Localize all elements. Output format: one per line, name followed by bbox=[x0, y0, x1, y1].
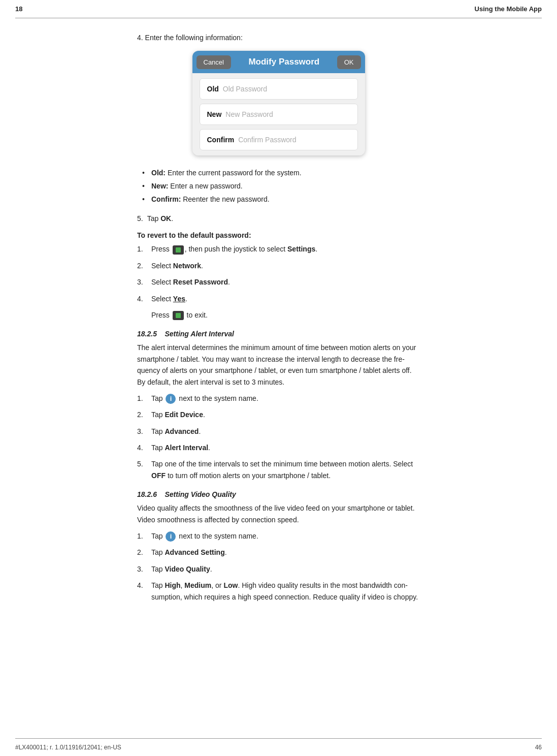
alert-step-3: 3. Tap Advanced. bbox=[137, 426, 420, 437]
old-bold: Old: bbox=[151, 169, 166, 177]
main-content: 4. Enter the following information: Canc… bbox=[0, 18, 557, 738]
alert-step4-num: 4. bbox=[137, 442, 147, 453]
alert-step3-num: 3. bbox=[137, 426, 147, 437]
edit-device-bold: Edit Device bbox=[165, 411, 203, 419]
new-password-field[interactable]: New New Password bbox=[200, 104, 358, 125]
revert-step4-num: 4. bbox=[137, 293, 147, 304]
alert-step1-text: Tap i next to the system name. bbox=[151, 393, 258, 404]
off-bold: OFF bbox=[151, 471, 166, 480]
video-step3-num: 3. bbox=[137, 563, 147, 575]
bottom-page-number: 46 bbox=[535, 744, 542, 751]
ok-button[interactable]: OK bbox=[337, 55, 361, 69]
modify-password-modal: Cancel Modify Password OK Old Old Passwo… bbox=[192, 51, 365, 155]
alert-step-4: 4. Tap Alert Interval. bbox=[137, 442, 420, 453]
alert-step-2: 2. Tap Edit Device. bbox=[137, 409, 420, 420]
video-step4-num: 4. bbox=[137, 580, 147, 603]
video-quality-bold: Video Quality bbox=[165, 565, 210, 573]
modal-body: Old Old Password New New Password Confir… bbox=[192, 73, 365, 155]
video-step-1: 1. Tap i next to the system name. bbox=[137, 530, 420, 542]
alert-step2-text: Tap Edit Device. bbox=[151, 409, 205, 420]
medium-bold: Medium bbox=[184, 581, 211, 589]
video-step1-text: Tap i next to the system name. bbox=[151, 530, 258, 542]
step4-intro: 4. Enter the following information: bbox=[137, 34, 420, 42]
step5: 5. Tap OK. bbox=[137, 213, 420, 224]
page-container: 18 Using the Mobile App 4. Enter the fol… bbox=[0, 0, 557, 756]
bottom-bar: #LX400011; r. 1.0/11916/12041; en-US 46 bbox=[0, 739, 557, 756]
low-bold: Low bbox=[223, 581, 238, 589]
bullet-new: New: Enter a new password. bbox=[142, 181, 420, 192]
section-182-6-heading: 18.2.6 Setting Video Quality bbox=[137, 490, 420, 498]
video-step-4: 4. Tap High, Medium, or Low. High video … bbox=[137, 580, 420, 603]
video-step4-text: Tap High, Medium, or Low. High video qua… bbox=[151, 580, 420, 603]
revert-step3-text: Select Reset Password. bbox=[151, 276, 230, 288]
alert-interval-bold: Alert Interval bbox=[165, 444, 208, 452]
modal-title: Modify Password bbox=[235, 57, 333, 67]
alert-step5-num: 5. bbox=[137, 458, 147, 481]
revert-step2-num: 2. bbox=[137, 260, 147, 271]
revert-step1-text: Press , then push the joystick to select… bbox=[151, 243, 317, 255]
video-step2-num: 2. bbox=[137, 547, 147, 558]
revert-step3-num: 3. bbox=[137, 276, 147, 288]
green-button-icon bbox=[173, 245, 184, 255]
settings-bold: Settings bbox=[287, 245, 315, 253]
revert-heading: To revert to the default password: bbox=[137, 231, 420, 239]
confirm-bold: Confirm: bbox=[151, 195, 181, 203]
bullet-old: Old: Enter the current password for the … bbox=[142, 168, 420, 178]
old-password-field[interactable]: Old Old Password bbox=[200, 78, 358, 100]
document-id: #LX400011; r. 1.0/11916/12041; en-US bbox=[15, 744, 121, 751]
bullet-confirm: Confirm: Reenter the new password. bbox=[142, 194, 420, 205]
new-label: New bbox=[207, 110, 222, 118]
alert-step-5: 5. Tap one of the time intervals to set … bbox=[137, 458, 420, 481]
section-182-5-body: The alert interval determines the minimu… bbox=[137, 342, 420, 388]
advanced-bold: Advanced bbox=[165, 427, 199, 435]
green-button-icon-2 bbox=[173, 311, 184, 320]
revert-step-3: 3. Select Reset Password. bbox=[137, 276, 420, 288]
alert-step-1: 1. Tap i next to the system name. bbox=[137, 393, 420, 404]
network-bold: Network bbox=[173, 262, 201, 270]
info-icon-1: i bbox=[166, 394, 176, 404]
top-bar: 18 Using the Mobile App bbox=[0, 0, 557, 18]
reset-password-bold: Reset Password bbox=[173, 278, 228, 286]
alert-step3-text: Tap Advanced. bbox=[151, 426, 201, 437]
alert-step5-text: Tap one of the time intervals to set the… bbox=[151, 458, 420, 481]
high-bold: High bbox=[165, 581, 180, 589]
alert-step4-text: Tap Alert Interval. bbox=[151, 442, 210, 453]
page-title: Using the Mobile App bbox=[475, 5, 542, 13]
cancel-button[interactable]: Cancel bbox=[196, 55, 231, 69]
confirm-label: Confirm bbox=[207, 136, 235, 144]
revert-step4-text: Select Yes. bbox=[151, 293, 187, 304]
field-descriptions: Old: Enter the current password for the … bbox=[142, 168, 420, 205]
revert-step-4: 4. Select Yes. bbox=[137, 293, 420, 304]
revert-step1-num: 1. bbox=[137, 243, 147, 255]
info-icon-2: i bbox=[166, 531, 176, 542]
step5-text: Tap OK. bbox=[147, 213, 173, 224]
advanced-setting-bold: Advanced Setting bbox=[165, 548, 224, 556]
video-step2-text: Tap Advanced Setting. bbox=[151, 547, 227, 558]
new-bold: New: bbox=[151, 182, 168, 190]
video-step-3: 3. Tap Video Quality. bbox=[137, 563, 420, 575]
section-182-5-heading: 18.2.5 Setting Alert Interval bbox=[137, 330, 420, 338]
revert-step-1: 1. Press , then push the joystick to sel… bbox=[137, 243, 420, 255]
old-label: Old bbox=[207, 85, 219, 93]
yes-bold: Yes bbox=[173, 295, 185, 303]
step5-num: 5. bbox=[137, 213, 143, 224]
revert-step2-text: Select Network. bbox=[151, 260, 203, 271]
press-to-exit: Press to exit. bbox=[151, 309, 420, 321]
confirm-placeholder: Confirm Password bbox=[238, 136, 296, 144]
section-182-6-body: Video quality affects the smoothness of … bbox=[137, 502, 420, 525]
alert-step2-num: 2. bbox=[137, 409, 147, 420]
modal-header: Cancel Modify Password OK bbox=[192, 51, 365, 73]
step5-ok: OK bbox=[160, 214, 171, 223]
alert-step1-num: 1. bbox=[137, 393, 147, 404]
revert-step-2: 2. Select Network. bbox=[137, 260, 420, 271]
page-number: 18 bbox=[15, 5, 22, 13]
video-step-2: 2. Tap Advanced Setting. bbox=[137, 547, 420, 558]
video-step1-num: 1. bbox=[137, 530, 147, 542]
old-placeholder: Old Password bbox=[223, 85, 267, 93]
video-step3-text: Tap Video Quality. bbox=[151, 563, 212, 575]
confirm-password-field[interactable]: Confirm Confirm Password bbox=[200, 129, 358, 150]
new-placeholder: New Password bbox=[225, 110, 273, 118]
